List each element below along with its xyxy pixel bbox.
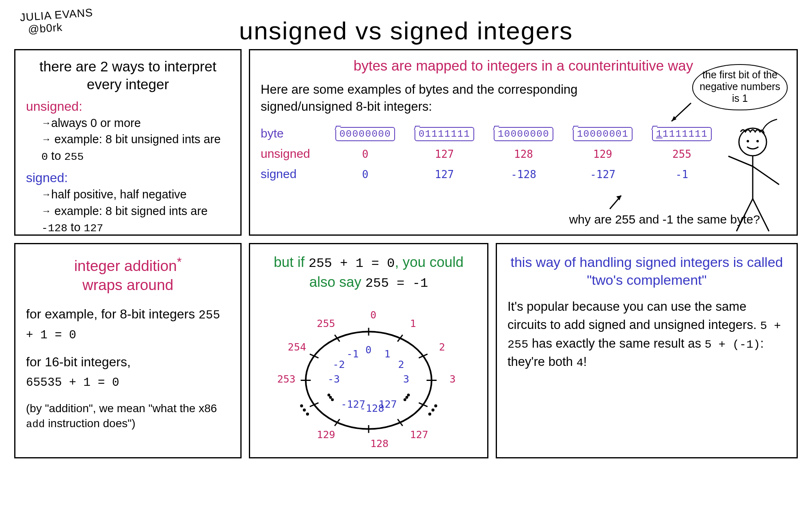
bullet: example: 8 bit unsigned ints are 0 to 25… — [41, 131, 230, 165]
ring-outer-label: 129 — [317, 429, 335, 441]
ring-outer-label: 254 — [288, 341, 306, 353]
svg-point-0 — [739, 128, 767, 156]
unsigned-value: 129 — [593, 148, 612, 160]
panel-ring: but if 255 + 1 = 0, you could also say 2… — [249, 243, 488, 458]
ring-inner-label: -3 — [328, 373, 340, 385]
panel4-heading: but if 255 + 1 = 0, you could also say 2… — [261, 252, 477, 292]
ring-inner-label: 0 — [365, 344, 371, 356]
ring-inner-label: 2 — [398, 359, 404, 370]
bullet: example: 8 bit signed ints are -128 to 1… — [41, 203, 230, 236]
svg-point-2 — [756, 140, 759, 142]
panel5-body: It's popular because you can use the sam… — [508, 298, 786, 371]
ring-inner-label: 1 — [384, 348, 391, 360]
ring-outer-label: 3 — [449, 373, 456, 385]
svg-point-25 — [303, 409, 305, 411]
signed-bullets: half positive, half negative example: 8 … — [41, 186, 230, 236]
panel3-heading: integer addition* wraps around — [26, 254, 230, 295]
bullet: half positive, half negative — [41, 186, 230, 203]
svg-point-29 — [328, 394, 330, 396]
row-label-unsigned: unsigned — [261, 147, 326, 161]
svg-point-16 — [429, 413, 430, 415]
svg-point-24 — [307, 413, 308, 415]
ring-inner-label: -1 — [347, 348, 359, 360]
byte-table: byte 00000000 01111111 10000000 10000001… — [261, 123, 786, 184]
svg-point-14 — [435, 405, 436, 406]
ring-inner-label: -127 — [341, 398, 365, 410]
ring-inner-label: 3 — [403, 373, 409, 385]
unsigned-label: unsigned: — [26, 99, 230, 114]
speech-bubble: the first bit of the negative numbers is… — [692, 64, 788, 110]
panel1-heading: there are 2 ways to interpret every inte… — [26, 58, 230, 93]
byte-cell: 10000001 — [573, 127, 633, 141]
unsigned-value: 127 — [435, 148, 454, 160]
row-label-signed: signed — [261, 167, 326, 181]
ring-inner-label: -2 — [333, 359, 345, 370]
byte-cell: 00000000 — [335, 127, 395, 141]
byte-cell: 11111111 — [652, 127, 712, 141]
arrow-icon — [606, 191, 626, 211]
panel5-heading: this way of handling signed integers is … — [508, 253, 786, 289]
signed-row: signed 0 127 -128 -127 -1 — [261, 164, 786, 184]
panel-wraps-around: integer addition* wraps around for examp… — [14, 243, 242, 458]
panel-byte-mapping: bytes are mapped to integers in a counte… — [249, 49, 798, 236]
signed-value: 127 — [435, 168, 454, 181]
ring-outer-label: 128 — [370, 438, 389, 449]
panel2-subheading: Here are some examples of bytes and the … — [261, 81, 606, 115]
panel2-question: why are 255 and -1 the same byte? — [569, 213, 760, 226]
panel3-footnote: (by "addition", we mean "what the x86 ad… — [26, 401, 230, 431]
signed-value: -127 — [590, 168, 615, 181]
author-credit: JULIA EVANS @b0rk — [19, 6, 94, 37]
svg-point-26 — [301, 405, 302, 406]
unsigned-value: 0 — [362, 148, 369, 160]
row-label-byte: byte — [261, 127, 326, 140]
svg-point-19 — [404, 399, 406, 400]
unsigned-bullets: always 0 or more example: 8 bit unsigned… — [41, 115, 230, 165]
svg-point-28 — [330, 397, 331, 398]
svg-point-15 — [432, 409, 434, 411]
panel3-body: for example, for 8-bit integers 255 + 1 … — [26, 304, 230, 391]
svg-point-17 — [408, 394, 409, 396]
bullet: always 0 or more — [41, 115, 230, 131]
svg-point-1 — [747, 140, 749, 142]
panel-twos-complement: this way of handling signed integers is … — [496, 243, 798, 458]
svg-line-5 — [753, 166, 779, 185]
signed-value: -1 — [676, 168, 688, 181]
svg-point-27 — [332, 399, 333, 400]
ring-svg — [287, 310, 450, 447]
ring-outer-label: 255 — [317, 318, 335, 329]
number-ring: 00112233127127128-128129-127253-3254-225… — [261, 296, 477, 450]
byte-cell: 01111111 — [415, 127, 474, 141]
unsigned-value: 255 — [672, 148, 691, 160]
ring-outer-label: 2 — [439, 341, 445, 353]
ring-outer-label: 0 — [370, 309, 376, 321]
ring-outer-label: 253 — [277, 373, 296, 385]
ring-outer-label: 127 — [410, 429, 428, 441]
panel-two-ways: there are 2 ways to interpret every inte… — [14, 49, 242, 236]
svg-point-18 — [406, 397, 408, 398]
arrow-icon — [667, 99, 695, 127]
unsigned-value: 128 — [514, 148, 533, 160]
signed-label: signed: — [26, 170, 230, 185]
byte-cell: 10000000 — [494, 127, 553, 141]
signed-value: 0 — [362, 168, 369, 181]
ring-outer-label: 1 — [410, 318, 416, 329]
byte-row: byte 00000000 01111111 10000000 10000001… — [261, 123, 786, 144]
unsigned-row: unsigned 0 127 128 129 255 — [261, 144, 786, 164]
signed-value: -128 — [511, 168, 536, 181]
svg-line-4 — [728, 156, 753, 166]
page-title: unsigned vs signed integers — [14, 16, 798, 45]
